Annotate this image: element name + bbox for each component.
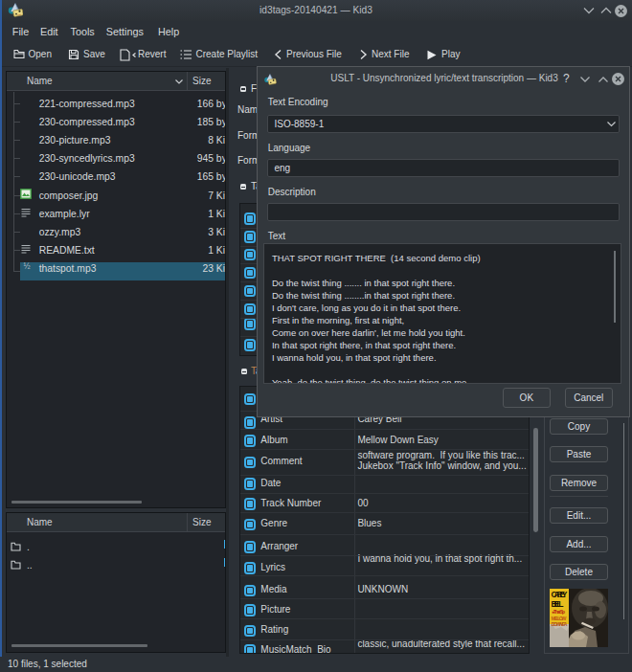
svg-text:CAREY: CAREY — [552, 590, 568, 599]
svg-text:BELL: BELL — [552, 599, 564, 609]
svg-text:DOWN·EA: DOWN·EA — [552, 621, 568, 627]
svg-text:●That·Sp: ●That·Sp — [552, 609, 565, 615]
